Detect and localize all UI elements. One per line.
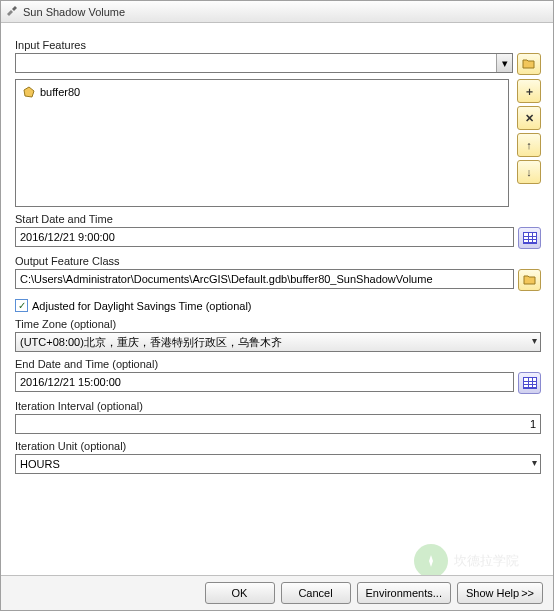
input-features-dropdown[interactable]: ▾: [15, 53, 513, 73]
dst-checkbox[interactable]: ✓: [15, 299, 28, 312]
remove-button[interactable]: ✕: [517, 106, 541, 130]
polygon-icon: [22, 85, 36, 99]
features-listbox[interactable]: buffer80: [15, 79, 509, 207]
iter-unit-select[interactable]: [15, 454, 541, 474]
calendar-icon: [523, 377, 537, 389]
browse-input-button[interactable]: [517, 53, 541, 75]
environments-button[interactable]: Environments...: [357, 582, 451, 604]
folder-open-icon: [522, 58, 536, 70]
iter-interval-input[interactable]: [15, 414, 541, 434]
show-help-label: Show Help: [466, 587, 519, 599]
expand-icon: >>: [521, 587, 534, 599]
timezone-select[interactable]: [15, 332, 541, 352]
svg-marker-0: [24, 87, 34, 97]
plus-icon: ＋: [524, 84, 535, 99]
hammer-icon: [5, 5, 19, 19]
move-up-button[interactable]: ↑: [517, 133, 541, 157]
titlebar: Sun Shadow Volume: [1, 1, 553, 23]
window-title: Sun Shadow Volume: [23, 6, 125, 18]
timezone-label: Time Zone (optional): [15, 318, 541, 330]
ok-button[interactable]: OK: [205, 582, 275, 604]
arrow-up-icon: ↑: [526, 139, 532, 151]
start-date-label: Start Date and Time: [15, 213, 541, 225]
chevron-down-icon[interactable]: ▾: [496, 54, 512, 72]
output-fc-label: Output Feature Class: [15, 255, 541, 267]
x-icon: ✕: [525, 112, 534, 125]
move-down-button[interactable]: ↓: [517, 160, 541, 184]
list-item-label: buffer80: [40, 86, 80, 98]
end-date-calendar-button[interactable]: [518, 372, 541, 394]
show-help-button[interactable]: Show Help >>: [457, 582, 543, 604]
arrow-down-icon: ↓: [526, 166, 532, 178]
watermark: 坎德拉学院: [414, 541, 534, 575]
start-date-calendar-button[interactable]: [518, 227, 541, 249]
svg-point-1: [423, 553, 439, 569]
folder-open-icon: [523, 274, 537, 286]
iter-interval-label: Iteration Interval (optional): [15, 400, 541, 412]
dialog-footer: OK Cancel Environments... Show Help >>: [1, 575, 553, 610]
calendar-icon: [523, 232, 537, 244]
iter-unit-label: Iteration Unit (optional): [15, 440, 541, 452]
start-date-input[interactable]: [15, 227, 514, 247]
browse-output-button[interactable]: [518, 269, 541, 291]
list-item[interactable]: buffer80: [20, 84, 504, 100]
cancel-button[interactable]: Cancel: [281, 582, 351, 604]
end-date-input[interactable]: [15, 372, 514, 392]
dialog-body: Input Features ▾ buffer80 ＋ ✕ ↑ ↓: [1, 23, 553, 575]
dst-label: Adjusted for Daylight Savings Time (opti…: [32, 300, 252, 312]
add-button[interactable]: ＋: [517, 79, 541, 103]
output-fc-input[interactable]: [15, 269, 514, 289]
end-date-label: End Date and Time (optional): [15, 358, 541, 370]
input-features-label: Input Features: [15, 39, 541, 51]
